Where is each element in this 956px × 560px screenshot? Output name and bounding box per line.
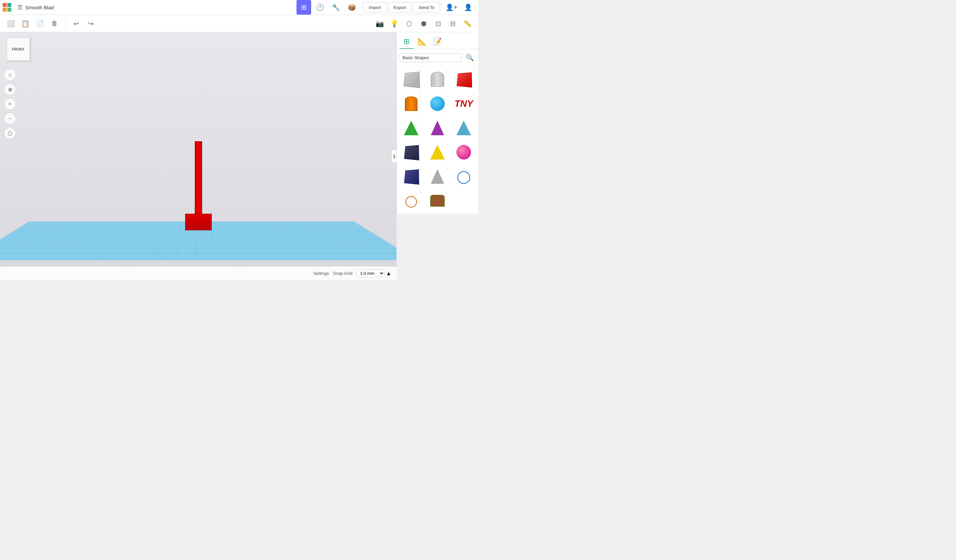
shape-thumb-misc-brown <box>428 192 447 210</box>
star-icon[interactable]: ☆ <box>445 142 449 146</box>
action-buttons: Import Export Send To <box>363 2 440 13</box>
shape-button[interactable]: ⬡ <box>402 17 415 30</box>
3d-object[interactable] <box>185 141 212 230</box>
star-icon[interactable]: ☆ <box>445 190 449 195</box>
top-bar: ☰ Smooth Blad ⊞ 🕐 🔧 📦 Import Export Send… <box>0 0 478 15</box>
tab-shapes[interactable]: ⊞ <box>399 35 414 49</box>
copy-button[interactable]: 📋 <box>19 17 32 30</box>
star-icon[interactable]: ☆ <box>419 142 423 146</box>
zoom-in-button[interactable]: + <box>4 98 16 110</box>
project-name: Smooth Blad <box>25 5 54 10</box>
view-cube[interactable]: FRONT <box>7 38 33 64</box>
shape-cone-teal[interactable]: ☆ <box>451 116 476 140</box>
delete-button[interactable]: 🗑 <box>48 17 61 30</box>
light-button[interactable]: 💡 <box>388 17 401 30</box>
star-icon[interactable]: ☆ <box>472 69 475 74</box>
shape-pyramid-green[interactable]: ☆ <box>398 116 424 140</box>
shape-box-navy2[interactable]: ☆ <box>398 165 424 188</box>
camera-button[interactable]: 📷 <box>373 17 386 30</box>
shape-thumb-cone-teal <box>454 119 474 137</box>
logo-t <box>3 3 7 7</box>
shape2-button[interactable]: ⬢ <box>417 17 430 30</box>
perspective-button[interactable]: ⬡ <box>4 127 16 139</box>
blade-base <box>185 214 212 230</box>
export-button[interactable]: Export <box>388 2 412 13</box>
star-icon[interactable]: ☆ <box>445 117 449 122</box>
star-icon[interactable]: ☆ <box>472 166 475 170</box>
home-nav-btn[interactable]: ⊞ <box>297 0 311 15</box>
search-button[interactable]: 🔍 <box>464 52 475 63</box>
tinkercad-logo[interactable] <box>0 0 14 15</box>
star-icon[interactable]: ☆ <box>419 117 423 122</box>
main-area: FRONT ⌂ ⊕ + − ⬡ Settings Snap Grid 1.0 m… <box>0 32 478 280</box>
right-panel-wrapper: ❯ ⊞ 📐 📝 Basic Shapes Letters Numbers Fea… <box>396 32 478 280</box>
settings-button[interactable]: Settings <box>313 271 329 276</box>
shape-category-select[interactable]: Basic Shapes Letters Numbers Featured Sh… <box>399 53 462 62</box>
shape-thumb-box-navy2 <box>401 167 421 186</box>
shape-box-navy[interactable]: ☆ <box>398 140 424 164</box>
undo-button[interactable]: ↩ <box>69 17 83 30</box>
snap-grid-select[interactable]: 1.0 mm 0.1 mm 0.5 mm 2.0 mm 5.0 mm 10.0 … <box>356 269 385 277</box>
gallery-nav-btn[interactable]: 🕐 <box>313 0 327 15</box>
deselect-button[interactable]: ⬜ <box>4 17 17 30</box>
tools-nav-btn[interactable]: 🔧 <box>329 0 343 15</box>
star-icon[interactable]: ☆ <box>419 93 423 98</box>
snap-grid-value: 1.0 mm 0.1 mm 0.5 mm 2.0 mm 5.0 mm 10.0 … <box>356 269 391 277</box>
shape-misc-brown[interactable]: ☆ <box>425 189 450 212</box>
toolbar-separator <box>65 19 66 28</box>
shape-pyramid-purple[interactable]: ☆ <box>425 116 450 140</box>
panel-tabs: ⊞ 📐 📝 <box>397 32 478 49</box>
shape-thumb-pyramid-green <box>401 119 421 137</box>
logo-i <box>7 3 11 7</box>
toolbar: ⬜ 📋 📄 🗑 ↩ ↪ 📷 💡 ⬡ ⬢ ⊡ ⊟ 📏 <box>0 15 478 32</box>
import-button[interactable]: Import <box>363 2 387 13</box>
align-button[interactable]: ⊡ <box>431 17 445 30</box>
star-icon[interactable]: ☆ <box>419 190 423 195</box>
tab-ruler[interactable]: 📐 <box>415 35 429 49</box>
shape-thumb-box-red <box>454 70 474 88</box>
shape-torus-orange[interactable]: ☆ ◯ <box>398 189 424 212</box>
panel-collapse-button[interactable]: ❯ <box>391 149 396 163</box>
star-icon[interactable]: ☆ <box>419 166 423 170</box>
shape-cone-gray[interactable]: ☆ <box>425 165 450 188</box>
shape-sphere-magenta[interactable]: ☆ <box>451 140 476 164</box>
mirror-button[interactable]: ⊟ <box>446 17 459 30</box>
star-icon[interactable]: ☆ <box>445 166 449 170</box>
fit-view-button[interactable]: ⊕ <box>4 83 16 95</box>
viewport[interactable]: FRONT ⌂ ⊕ + − ⬡ Settings Snap Grid 1.0 m… <box>0 32 396 280</box>
export-panel-nav-btn[interactable]: 📦 <box>344 0 359 15</box>
hamburger-icon[interactable]: ☰ <box>17 4 23 11</box>
paste-button[interactable]: 📄 <box>33 17 47 30</box>
shape-thumb-pyramid-purple <box>428 119 447 137</box>
zoom-out-button[interactable]: − <box>4 113 16 124</box>
star-icon[interactable]: ☆ <box>472 142 475 146</box>
shape-thumb-text-3d: TNY <box>454 94 474 113</box>
shape-thumb-cylinder-orange <box>401 94 421 113</box>
cube-front-face[interactable]: FRONT <box>7 38 30 61</box>
logo-c <box>7 8 11 12</box>
shape-pyramid-yellow[interactable]: ☆ <box>425 140 450 164</box>
shape-cylinder-gray[interactable]: ☆ <box>425 68 450 91</box>
shape-box-striped[interactable]: ☆ <box>398 68 424 91</box>
star-icon[interactable]: ☆ <box>472 93 475 98</box>
shape-torus-blue[interactable]: ☆ ◯ <box>451 165 476 188</box>
toolbar-right: 📷 💡 ⬡ ⬢ ⊡ ⊟ 📏 <box>373 17 474 30</box>
user-avatar[interactable]: 👤 <box>461 0 475 15</box>
redo-button[interactable]: ↪ <box>84 17 97 30</box>
top-right-actions: ⊞ 🕐 🔧 📦 Import Export Send To 👤+ 👤 <box>297 0 478 15</box>
shape-thumb-box-striped <box>401 70 421 88</box>
shape-box-red[interactable]: ☆ <box>451 68 476 91</box>
star-icon[interactable]: ☆ <box>472 117 475 122</box>
shape-sphere-blue[interactable]: ☆ <box>425 92 450 115</box>
star-icon[interactable]: ☆ <box>445 93 449 98</box>
tab-notes[interactable]: 📝 <box>430 35 444 49</box>
ruler-button[interactable]: 📏 <box>461 17 474 30</box>
send-to-button[interactable]: Send To <box>413 2 440 13</box>
home-view-button[interactable]: ⌂ <box>4 69 16 81</box>
shape-cylinder-orange[interactable]: ☆ <box>398 92 424 115</box>
logo-grid <box>3 3 11 12</box>
add-user-button[interactable]: 👤+ <box>444 0 459 15</box>
star-icon[interactable]: ☆ <box>445 69 449 74</box>
shape-text-3d[interactable]: ☆ TNY <box>451 92 476 115</box>
shape-thumb-sphere-blue <box>428 94 447 113</box>
